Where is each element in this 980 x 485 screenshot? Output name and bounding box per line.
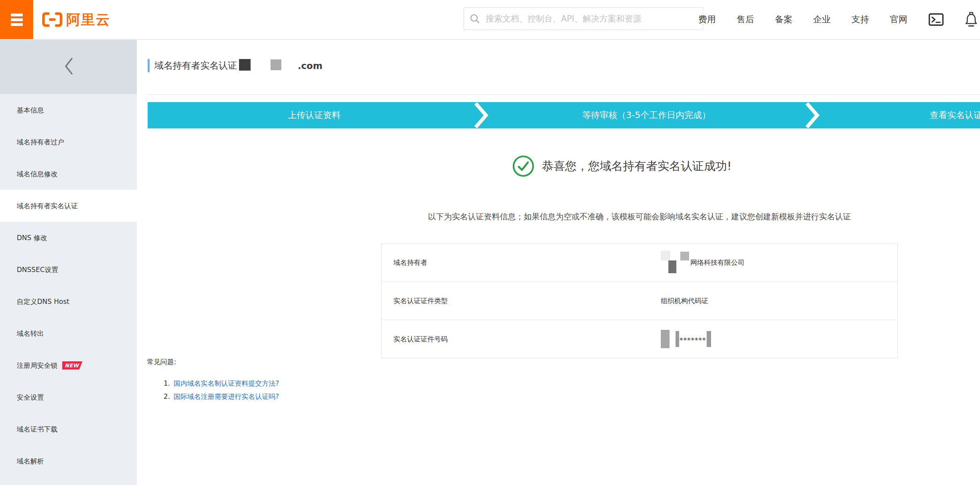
success-check-icon bbox=[512, 155, 535, 177]
success-message: 恭喜您，您域名持有者实名认证成功! bbox=[542, 158, 732, 174]
table-row-certificate-number: 实名认证证件号码 ******* bbox=[381, 319, 897, 358]
aliyun-logo[interactable]: 阿里云 bbox=[41, 0, 111, 39]
logo-text: 阿里云 bbox=[66, 10, 111, 29]
nav-enterprise[interactable]: 企业 bbox=[813, 14, 831, 26]
faq-item: 2.国际域名注册需要进行实名认证吗? bbox=[164, 390, 279, 403]
verification-note: 以下为实名认证资料信息；如果信息为空或不准确，该模板可能会影响域名实名认证，建议… bbox=[381, 211, 898, 222]
table-row-certificate-type: 实名认证证件类型 组织机构代码证 bbox=[381, 281, 897, 319]
page-title-row: 域名持有者实名认证 .com bbox=[148, 39, 980, 95]
nav-official-site[interactable]: 官网 bbox=[890, 14, 907, 26]
top-header: 阿里云 费用 售后 备案 企业 支持 官网 bbox=[0, 0, 980, 40]
masked-certificate-number: ******* bbox=[680, 336, 706, 344]
faq-link-domestic-realname[interactable]: 国内域名实名制认证资料提交方法? bbox=[174, 379, 279, 387]
title-accent-bar bbox=[148, 59, 150, 72]
sidebar-item-domain-transfer-out[interactable]: 域名转出 bbox=[0, 317, 137, 349]
terminal-icon bbox=[928, 12, 944, 27]
redacted-company-prefix bbox=[661, 251, 690, 274]
domain-console-page: { "colors": { "orange": "#FF6A00", "acce… bbox=[0, 0, 980, 485]
faq-link-international-realname[interactable]: 国际域名注册需要进行实名认证吗? bbox=[174, 392, 279, 400]
chevron-left-icon bbox=[63, 57, 74, 75]
sidebar-back-section bbox=[0, 39, 137, 94]
nav-support[interactable]: 支持 bbox=[852, 14, 869, 26]
row-value: ******* bbox=[661, 330, 711, 348]
new-badge: NEW bbox=[62, 361, 83, 370]
top-nav: 费用 售后 备案 企业 支持 官网 bbox=[698, 0, 978, 39]
sidebar-item-security-settings[interactable]: 安全设置 bbox=[0, 381, 137, 413]
redacted-domain-block bbox=[271, 59, 281, 70]
sidebar-item-info-modify[interactable]: 域名信息修改 bbox=[0, 158, 137, 190]
step-upload-materials: 上传认证资料 bbox=[148, 102, 481, 128]
step-separator-icon bbox=[804, 103, 820, 128]
sidebar: 基本信息 域名持有者过户 域名信息修改 域名持有者实名认证 DNS 修改 DNS… bbox=[0, 39, 137, 485]
row-value: 组织机构代码证 bbox=[661, 296, 708, 306]
row-value: 网络科技有限公司 bbox=[661, 251, 745, 274]
nav-icp-filing[interactable]: 备案 bbox=[775, 14, 792, 26]
faq-list: 1.国内域名实名制认证资料提交方法? 2.国际域名注册需要进行实名认证吗? bbox=[164, 377, 279, 403]
global-search[interactable] bbox=[464, 7, 703, 30]
nav-billing[interactable]: 费用 bbox=[698, 14, 716, 26]
sidebar-item-dns-resolution[interactable]: 域名解析 bbox=[0, 445, 137, 477]
search-icon bbox=[470, 14, 480, 24]
nav-aftersales[interactable]: 售后 bbox=[737, 14, 754, 26]
progress-steps: 上传认证资料 等待审核（3-5个工作日内完成） 查看实名认证结果 bbox=[148, 102, 980, 128]
redacted-number-block bbox=[661, 330, 670, 348]
sidebar-item-realname-verification[interactable]: 域名持有者实名认证 bbox=[0, 190, 137, 222]
faq-section: 常见问题: 1.国内域名实名制认证资料提交方法? 2.国际域名注册需要进行实名认… bbox=[147, 357, 279, 403]
page-title: 域名持有者实名认证 bbox=[154, 59, 237, 72]
sidebar-item-holder-transfer[interactable]: 域名持有者过户 bbox=[0, 126, 137, 158]
redacted-number-block bbox=[676, 331, 679, 347]
aliyun-logo-icon bbox=[41, 11, 63, 28]
cloud-shell-button[interactable] bbox=[928, 12, 944, 27]
sidebar-item-basic-info[interactable]: 基本信息 bbox=[0, 94, 137, 126]
row-label: 域名持有者 bbox=[381, 258, 661, 267]
redacted-number-block bbox=[707, 331, 711, 347]
hamburger-menu-button[interactable] bbox=[0, 0, 33, 39]
redacted-domain-block bbox=[239, 59, 251, 71]
row-label: 实名认证证件类型 bbox=[381, 296, 661, 306]
table-row-domain-holder: 域名持有者 网络科技有限公司 bbox=[381, 244, 897, 281]
sidebar-item-dnssec[interactable]: DNSSEC设置 bbox=[0, 254, 137, 286]
sidebar-item-certificate-download[interactable]: 域名证书下载 bbox=[0, 413, 137, 445]
sidebar-back-button[interactable] bbox=[62, 55, 75, 78]
bell-icon bbox=[965, 12, 978, 27]
domain-tld: .com bbox=[298, 61, 322, 71]
sidebar-item-dns-modify[interactable]: DNS 修改 bbox=[0, 222, 137, 254]
faq-item: 1.国内域名实名制认证资料提交方法? bbox=[164, 377, 279, 390]
success-banner: 恭喜您，您域名持有者实名认证成功! bbox=[512, 155, 732, 177]
faq-heading: 常见问题: bbox=[147, 358, 176, 366]
step-separator-icon bbox=[473, 103, 489, 128]
row-label: 实名认证证件号码 bbox=[381, 335, 661, 344]
menu-icon bbox=[11, 14, 23, 16]
notifications-button[interactable] bbox=[965, 12, 978, 27]
sidebar-item-custom-dns-host[interactable]: 自定义DNS Host bbox=[0, 286, 137, 317]
step-view-result: 查看实名认证结果 bbox=[812, 102, 980, 128]
sidebar-item-registry-lock[interactable]: 注册局安全锁 NEW bbox=[0, 349, 137, 381]
sidebar-menu: 基本信息 域名持有者过户 域名信息修改 域名持有者实名认证 DNS 修改 DNS… bbox=[0, 94, 137, 477]
step-await-review: 等待审核（3-5个工作日内完成） bbox=[481, 102, 812, 128]
verification-info-table: 域名持有者 网络科技有限公司 实名认证证件类型 组织机构代码证 实名认证证件号码… bbox=[381, 243, 898, 358]
main-content: 域名持有者实名认证 .com 上传认证资料 等待审核（3-5个工作日内完成） 查… bbox=[137, 39, 980, 485]
search-input[interactable] bbox=[485, 14, 697, 24]
